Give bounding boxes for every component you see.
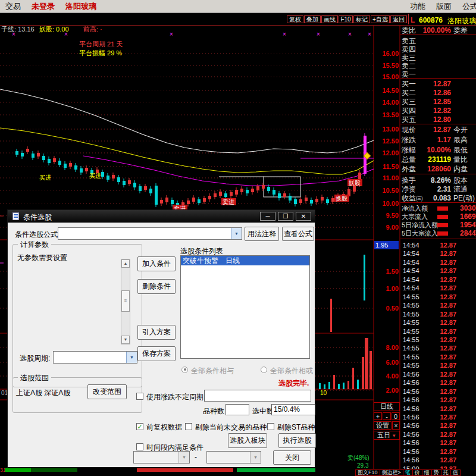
tick-row: 14:5612.87 bbox=[400, 378, 476, 387]
menu-item-0[interactable]: 交易 bbox=[5, 1, 21, 12]
remove-nontrading-checkbox[interactable] bbox=[185, 423, 192, 430]
candlestick bbox=[133, 183, 136, 187]
x-mark-icon: × bbox=[317, 31, 320, 37]
stock-picker-dialog: 条件选股 ─ ❒ ✕ 条件选股公式 突破牛预警 - ▼ 用法注释 查看公式 计算… bbox=[7, 209, 315, 468]
side-tab-4[interactable]: 细 bbox=[422, 469, 432, 476]
candlestick bbox=[305, 198, 308, 201]
side-tab-1[interactable]: 侧边栏> bbox=[380, 469, 403, 476]
cycle-checkbox[interactable] bbox=[136, 393, 143, 400]
indicator-number: 29.3 bbox=[357, 462, 369, 469]
tick-time: 14:54 bbox=[403, 241, 419, 249]
forward-adjust-checkbox[interactable]: ✓ bbox=[136, 423, 143, 430]
toolbar-button-3[interactable]: F10 bbox=[339, 15, 353, 23]
remove-st-checkbox[interactable] bbox=[267, 423, 274, 430]
usage-note-button[interactable]: 用法注释 bbox=[245, 227, 279, 241]
flow-label: 净流入额 bbox=[402, 204, 428, 212]
zoom-out-button[interactable]: - bbox=[383, 412, 391, 420]
close-pane-icon[interactable]: × bbox=[392, 421, 400, 430]
count-input[interactable] bbox=[226, 404, 249, 415]
view-formula-button[interactable]: 查看公式 bbox=[282, 227, 314, 241]
scroll-up-icon[interactable]: ▲ bbox=[121, 259, 130, 268]
range-dropdown[interactable]: 五日 ▼ bbox=[374, 431, 400, 440]
radio-all-or[interactable] bbox=[261, 367, 267, 373]
restore-button[interactable]: ❒ bbox=[278, 212, 293, 221]
settings-button[interactable]: 设置 bbox=[374, 421, 392, 430]
ma-line bbox=[0, 89, 374, 153]
condition-listbox[interactable]: 突破牛预警 日线 bbox=[180, 255, 310, 359]
date-from-combobox[interactable]: 10/14 ▼ bbox=[133, 451, 190, 464]
toolbar-button-6[interactable]: 返回 bbox=[390, 15, 407, 23]
side-tab-3[interactable]: 价 bbox=[412, 469, 422, 476]
scrollbar-thumb[interactable]: ≡ bbox=[121, 290, 130, 312]
scroll-down-icon[interactable]: ▼ bbox=[121, 336, 130, 344]
flow-row: 5日大宗流入2844万 bbox=[400, 229, 476, 237]
tick-row: 14:5612.87 bbox=[400, 396, 476, 404]
weibi-value: 100.00% bbox=[400, 26, 451, 35]
toolbar-button-1[interactable]: 叠加 bbox=[304, 15, 321, 23]
side-tab-5[interactable]: 势 bbox=[431, 469, 441, 476]
zoom-in-button[interactable]: + bbox=[374, 412, 382, 420]
toolbar-button-2[interactable]: 画线 bbox=[321, 15, 338, 23]
candlestick bbox=[107, 176, 109, 180]
side-tab-6[interactable]: 托 bbox=[441, 469, 451, 476]
radio-and-label[interactable]: 全部条件相与 bbox=[191, 366, 234, 376]
tick-price: 12.87 bbox=[428, 405, 456, 413]
cycle-input[interactable] bbox=[204, 390, 311, 402]
bid-row: 买二12.86 bbox=[400, 89, 476, 97]
chevron-down-icon[interactable]: ▼ bbox=[231, 228, 242, 239]
candlestick bbox=[208, 196, 211, 199]
period-cell[interactable]: 日线 bbox=[374, 402, 400, 411]
chevron-down-icon[interactable]: ▼ bbox=[126, 352, 137, 363]
tick-row: 14:5612.87 bbox=[400, 405, 476, 413]
params-scrollbar[interactable]: ▲ ≡ ▼ bbox=[121, 259, 130, 345]
forward-adjust-label[interactable]: 前复权数据 bbox=[146, 422, 182, 433]
import-plan-button[interactable]: 引入方案 bbox=[137, 325, 176, 340]
menu-item-1[interactable]: 未登录 bbox=[32, 1, 55, 12]
remove-st-label[interactable]: 剔除ST品种 bbox=[277, 422, 315, 433]
candlestick bbox=[230, 192, 233, 196]
close-button[interactable]: 关闭 bbox=[273, 450, 311, 465]
info-value: 231119 bbox=[400, 155, 451, 164]
close-icon[interactable]: ✕ bbox=[296, 212, 311, 221]
formula-combobox[interactable]: 突破牛预警 - ▼ bbox=[58, 227, 242, 240]
ask-label: 卖一 bbox=[402, 70, 416, 79]
condition-list-item[interactable]: 突破牛预警 日线 bbox=[181, 256, 309, 265]
info-label2: 内盘 bbox=[453, 165, 468, 173]
time-range-checkbox[interactable] bbox=[136, 443, 143, 450]
menu-item-2[interactable]: 洛阳玻璃 bbox=[65, 1, 96, 12]
toolbar-button-0[interactable]: 复权 bbox=[287, 15, 303, 23]
toolbar-button-5[interactable]: +自选 bbox=[371, 15, 390, 23]
minimize-button[interactable]: ─ bbox=[260, 212, 275, 221]
side-tab-0[interactable]: 图文F10 bbox=[355, 469, 380, 476]
radio-all-and[interactable] bbox=[181, 367, 188, 373]
execute-pick-button[interactable]: 执行选股 bbox=[278, 433, 316, 448]
tick-list[interactable]: 14:5412.8714:5412.8714:5412.8714:5412.87… bbox=[400, 240, 476, 469]
zoom-reset-button[interactable]: 0 bbox=[392, 412, 400, 420]
menu-item-right-0[interactable]: 功能 bbox=[410, 1, 425, 12]
axis-price-label: 14.50 bbox=[374, 87, 399, 94]
delete-condition-button[interactable]: 删除条件 bbox=[137, 279, 176, 294]
pick-to-block-button[interactable]: 选股入板块 bbox=[228, 433, 267, 448]
remove-nontrading-label[interactable]: 剔除当前未交易的品种 bbox=[195, 422, 267, 433]
tick-time: 14:55 bbox=[403, 301, 419, 309]
period-combobox[interactable]: 日线 ▼ bbox=[53, 351, 137, 364]
info-label2: 量比 bbox=[453, 155, 468, 164]
menu-item-right-2[interactable]: 公式 bbox=[462, 1, 476, 12]
toolbar-button-4[interactable]: 标记 bbox=[353, 15, 370, 23]
flow-value: 2844万 bbox=[460, 229, 476, 237]
tick-price: 12.87 bbox=[428, 310, 456, 318]
menu-item-right-1[interactable]: 版面 bbox=[436, 1, 452, 12]
date-to-combobox[interactable]: '10/21 ▼ bbox=[206, 451, 261, 464]
tick-row: 14:5412.87 bbox=[400, 249, 476, 258]
save-plan-button[interactable]: 保存方案 bbox=[137, 346, 176, 361]
dialog-title-bar[interactable]: 条件选股 ─ ❒ ✕ bbox=[8, 210, 315, 223]
quote-divider bbox=[400, 35, 476, 35]
cycle-checkbox-label[interactable]: 使用涨跌不定周期 bbox=[146, 392, 203, 402]
add-condition-button[interactable]: 加入条件 bbox=[137, 256, 176, 271]
side-tab-2[interactable]: 笔 bbox=[403, 469, 413, 476]
signal-label: 换股 bbox=[336, 195, 347, 202]
platform-annotation: 平台周期 21 天 bbox=[79, 40, 123, 48]
radio-or-label[interactable]: 全部条件相或 bbox=[270, 366, 313, 376]
change-range-button[interactable]: 改变范围 bbox=[87, 384, 127, 399]
side-tab-7[interactable]: 值 bbox=[450, 469, 461, 476]
